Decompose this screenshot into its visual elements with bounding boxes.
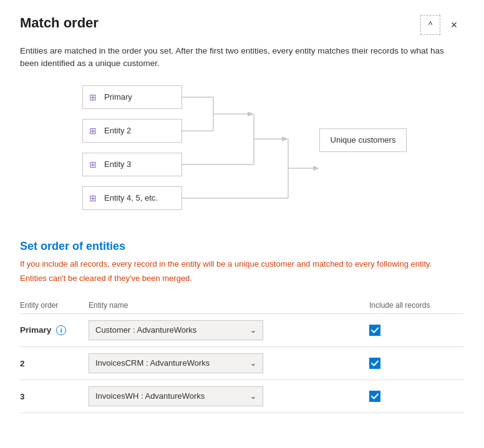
description-text: Entities are matched in the order you se…	[20, 45, 464, 70]
include-all-checkbox-3[interactable]	[369, 391, 459, 402]
entity-label-2: Entity 2	[104, 126, 131, 135]
entity-box-2: ⊞ Entity 2	[82, 119, 182, 143]
table-header-row: Entity order Entity name Include all rec…	[20, 297, 464, 314]
entity-order-table: Entity order Entity name Include all rec…	[20, 297, 464, 413]
col-header-name: Entity name	[89, 297, 364, 314]
order-cell: 3	[20, 379, 89, 412]
warning-line2: Entities can't be cleared if they've bee…	[20, 272, 464, 285]
entity-name-cell: Customer : AdvantureWorks ⌄	[89, 313, 364, 346]
dropdown-value-2: InvoicesCRM : AdvantureWorks	[95, 358, 210, 368]
unique-customers-label: Unique customers	[331, 135, 396, 145]
unique-customers-box: Unique customers	[319, 128, 407, 152]
entity-box-primary: ⊞ Primary	[82, 85, 182, 109]
svg-marker-8	[282, 136, 288, 141]
info-icon-primary[interactable]: i	[56, 325, 66, 335]
close-button[interactable]: ×	[444, 15, 464, 35]
order-cell: Primary i	[20, 313, 89, 346]
col-header-include: Include all records	[364, 297, 464, 314]
include-all-cell	[364, 313, 464, 346]
table-row: 3 InvoicesWH : AdvantureWorks ⌄	[20, 379, 464, 412]
collapse-button[interactable]: ^	[420, 15, 440, 35]
table-icon-primary: ⊞	[89, 92, 99, 102]
entity-name-cell: InvoicesCRM : AdvantureWorks ⌄	[89, 346, 364, 379]
match-order-diagram: ⊞ Primary ⊞ Entity 2 ⊞ Entity 3 ⊞ Entity…	[82, 85, 407, 222]
dialog-header: Match order ^ ×	[20, 15, 464, 35]
table-row: 2 InvoicesCRM : AdvantureWorks ⌄	[20, 346, 464, 379]
entity-label-3: Entity 3	[104, 160, 131, 169]
checkbox-checked-primary[interactable]	[369, 325, 380, 336]
table-icon-3: ⊞	[89, 160, 99, 169]
chevron-down-icon: ⌄	[250, 326, 256, 335]
checkbox-checked-2[interactable]	[369, 358, 380, 369]
entity-dropdown-primary[interactable]: Customer : AdvantureWorks ⌄	[89, 320, 263, 340]
entity-label-primary: Primary	[104, 92, 132, 102]
table-icon-2: ⊞	[89, 126, 99, 136]
entity-label-4: Entity 4, 5, etc.	[104, 193, 158, 203]
dropdown-value-primary: Customer : AdvantureWorks	[95, 325, 196, 335]
match-order-dialog: Match order ^ × Entities are matched in …	[0, 0, 484, 448]
order-cell: 2	[20, 346, 89, 379]
col-header-order: Entity order	[20, 297, 89, 314]
entity-box-4: ⊞ Entity 4, 5, etc.	[82, 186, 182, 210]
entity-box-3: ⊞ Entity 3	[82, 153, 182, 176]
table-icon-4: ⊞	[89, 193, 99, 203]
chevron-down-icon-2: ⌄	[250, 359, 256, 368]
entity-dropdown-3[interactable]: InvoicesWH : AdvantureWorks ⌄	[89, 386, 263, 406]
include-all-cell-2	[364, 346, 464, 379]
chevron-up-icon: ^	[428, 20, 433, 30]
set-order-title: Set order of entities	[20, 240, 464, 253]
svg-marker-12	[313, 166, 319, 171]
svg-marker-4	[248, 112, 254, 117]
header-buttons: ^ ×	[420, 15, 464, 35]
order-label-3: 3	[20, 392, 25, 401]
chevron-down-icon-3: ⌄	[250, 392, 256, 401]
entity-dropdown-2[interactable]: InvoicesCRM : AdvantureWorks ⌄	[89, 353, 263, 373]
order-label-2: 2	[20, 359, 25, 368]
include-all-cell-3	[364, 379, 464, 412]
include-all-checkbox-primary[interactable]	[369, 325, 459, 336]
close-icon: ×	[451, 19, 458, 32]
warning-line1: If you include all records, every record…	[20, 258, 464, 270]
set-order-section: Set order of entities If you include all…	[20, 240, 464, 413]
dropdown-value-3: InvoicesWH : AdvantureWorks	[95, 391, 205, 401]
dialog-title: Match order	[20, 15, 99, 31]
checkbox-checked-3[interactable]	[369, 391, 380, 402]
entity-name-cell: InvoicesWH : AdvantureWorks ⌄	[89, 379, 364, 412]
order-label: Primary i	[20, 325, 66, 335]
table-row: Primary i Customer : AdvantureWorks ⌄	[20, 313, 464, 346]
include-all-checkbox-2[interactable]	[369, 358, 459, 369]
